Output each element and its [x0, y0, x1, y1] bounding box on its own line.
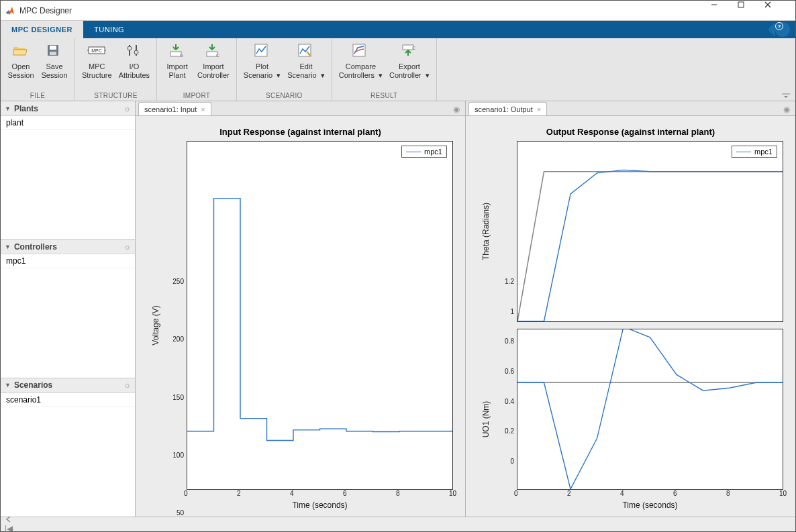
import-plant-button[interactable]: GImport Plant: [161, 40, 193, 92]
title-bar: MPC Designer: [1, 1, 795, 21]
sidebar: ▼Plants☼plant▼Controllers☼mpc1▼Scenarios…: [1, 101, 136, 517]
input-plot-area: Input Response (against internal plant) …: [136, 116, 465, 517]
panel-title: Scenarios: [14, 380, 52, 390]
svg-text:G: G: [180, 53, 183, 58]
x-axis-label: Time (seconds): [187, 500, 453, 510]
panel-body: scenario1: [1, 393, 135, 517]
io-attributes-button[interactable]: I/O Attributes: [116, 40, 152, 92]
maximize-button[interactable]: [738, 1, 764, 20]
export-icon: C: [400, 42, 419, 61]
legend-line-icon: [736, 152, 751, 152]
close-icon[interactable]: ×: [537, 105, 541, 113]
doc-tabbar-left: scenario1: Input × ◉: [136, 101, 465, 116]
io-attributes-icon: [125, 42, 144, 61]
tick-label: 100: [172, 451, 184, 459]
toolbtn-label: Plot Scenario ▾: [244, 62, 281, 79]
panel-body: mpc1: [1, 254, 135, 377]
import-controller-button[interactable]: CImport Controller: [195, 40, 232, 92]
toolbtn-label: Export Controller ▾: [389, 62, 430, 79]
gear-icon[interactable]: ☼: [123, 242, 131, 252]
group-label: STRUCTURE: [79, 92, 152, 101]
axes-theta[interactable]: mpc1: [517, 141, 783, 322]
panel-header[interactable]: ▼Controllers☼: [1, 240, 135, 254]
tab-tuning[interactable]: TUNING: [83, 21, 135, 38]
panel-body: plant: [1, 116, 135, 239]
import-controller-icon: C: [204, 42, 223, 61]
axes-input[interactable]: mpc1: [187, 141, 453, 490]
toolgroup-scenario: Plot Scenario ▾Edit Scenario ▾SCENARIO: [237, 38, 332, 101]
edit-scenario-icon: [297, 42, 315, 61]
doc-tabbar-right: scenario1: Output × ◉: [466, 101, 795, 116]
tick-label: 1: [510, 308, 514, 315]
tab-mpc-designer[interactable]: MPC DESIGNER: [1, 21, 83, 38]
collapse-toolstrip-icon[interactable]: [781, 93, 791, 99]
panel-config-icon[interactable]: ◉: [453, 105, 460, 114]
close-icon[interactable]: ×: [201, 105, 205, 113]
chevron-down-icon: ▾: [426, 71, 430, 80]
tick-label: 10: [449, 490, 456, 497]
save-button[interactable]: Save Session: [38, 40, 70, 92]
plot-scenario-button[interactable]: Plot Scenario ▾: [241, 40, 283, 92]
doc-tab-output[interactable]: scenario1: Output ×: [468, 102, 547, 115]
sidebar-panel-scenarios: ▼Scenarios☼scenario1: [1, 378, 135, 517]
toolbtn-label: Import Controller: [197, 62, 230, 79]
folder-open-icon: [11, 42, 30, 61]
tick-label: 8: [396, 490, 400, 497]
toolbtn-label: Open Session: [7, 62, 34, 79]
doc-tab-label: scenario1: Input: [144, 105, 197, 113]
y-axis-label: Theta (Radians): [481, 203, 491, 260]
gear-icon[interactable]: ☼: [123, 104, 131, 113]
tick-label: 1.2: [505, 278, 514, 285]
plot-title: Input Response (against internal plant): [148, 127, 453, 137]
toolgroup-result: Compare Controllers ▾CExport Controller …: [332, 38, 437, 101]
legend-label: mpc1: [424, 148, 442, 156]
doc-tab-input[interactable]: scenario1: Input ×: [138, 102, 211, 115]
tick-label: 2: [567, 490, 571, 497]
group-label: IMPORT: [161, 92, 232, 101]
help-button[interactable]: ?: [775, 22, 790, 37]
folder-open-button[interactable]: Open Session: [5, 40, 37, 92]
input-plot-panel: scenario1: Input × ◉ Input Response (aga…: [136, 101, 466, 517]
tick-label: 4: [620, 490, 624, 497]
mpc-structure-button[interactable]: MPCMPC Structure: [79, 40, 115, 92]
tick-label: 6: [343, 490, 347, 497]
tick-label: 10: [779, 490, 787, 497]
app-tabstrip: MPC DESIGNER TUNING ?: [1, 21, 795, 38]
tick-label: 250: [172, 278, 184, 285]
toolstrip: Open SessionSave SessionFILEMPCMPC Struc…: [1, 38, 795, 101]
minimize-button[interactable]: [711, 1, 738, 20]
chevron-down-icon: ▼: [5, 105, 11, 112]
group-label: SCENARIO: [241, 92, 328, 101]
panel-header[interactable]: ▼Plants☼: [1, 101, 135, 116]
compare-button[interactable]: Compare Controllers ▾: [336, 40, 385, 92]
x-axis-label: Time (seconds): [517, 500, 783, 510]
output-plot-area: Output Response (against internal plant)…: [466, 116, 795, 517]
legend-line-icon: [406, 152, 421, 152]
toolgroup-file: Open SessionSave SessionFILE: [1, 38, 75, 101]
gear-icon[interactable]: ☼: [123, 380, 131, 390]
legend: mpc1: [732, 146, 777, 158]
history-back-icon[interactable]: |◀: [5, 515, 13, 532]
list-item[interactable]: scenario1: [1, 393, 135, 407]
panel-config-icon[interactable]: ◉: [783, 105, 790, 114]
toolbtn-label: Import Plant: [167, 62, 188, 79]
toolbtn-label: I/O Attributes: [119, 62, 150, 79]
svg-text:MPC: MPC: [92, 48, 103, 53]
svg-text:C: C: [216, 53, 219, 58]
edit-scenario-button[interactable]: Edit Scenario ▾: [285, 40, 327, 92]
panel-header[interactable]: ▼Scenarios☼: [1, 378, 135, 393]
chevron-down-icon: ▾: [277, 71, 281, 80]
toolgroup-structure: MPCMPC StructureI/O AttributesSTRUCTURE: [75, 38, 157, 101]
list-item[interactable]: mpc1: [1, 254, 135, 268]
chevron-down-icon: ▼: [5, 244, 11, 250]
plot-title: Output Response (against internal plant): [478, 127, 783, 137]
axes-uo1[interactable]: [517, 329, 783, 490]
svg-text:?: ?: [778, 23, 781, 30]
panel-title: Plants: [14, 104, 38, 113]
y-ticks: -40-30-20-1001020: [494, 329, 517, 510]
chevron-down-icon: ▾: [321, 71, 325, 80]
export-button[interactable]: CExport Controller ▾: [387, 40, 432, 92]
close-button[interactable]: [764, 1, 791, 20]
plots-area: scenario1: Input × ◉ Input Response (aga…: [136, 101, 795, 517]
list-item[interactable]: plant: [1, 116, 135, 130]
